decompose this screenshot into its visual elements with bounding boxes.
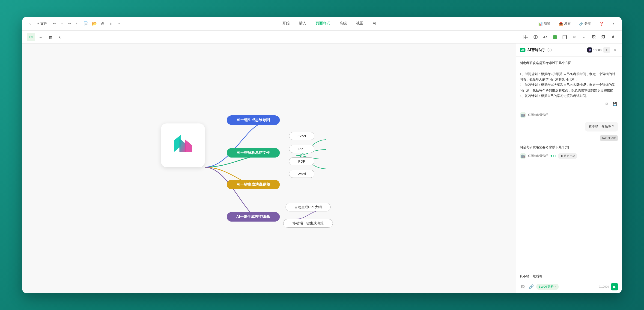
main-window: ‹ ≡ 文件 ↩ ▾ ↪ ▾ 📄 📂 🖨 ⬆ ▾ 开始 插入 页面样式 高级 视… <box>22 17 622 293</box>
ai-message-text-1: 制定考研攻略需要考虑以下几个方面： 1、时间规划：根据考试时间和自己备考的时间，… <box>520 60 618 99</box>
ai-send-button[interactable]: ▶ <box>611 283 618 291</box>
tab-view[interactable]: 视图 <box>352 19 368 28</box>
text-style-icon[interactable]: A <box>609 33 617 41</box>
open-file-icon[interactable]: 📂 <box>91 20 98 27</box>
ai-dot-2 <box>553 155 554 156</box>
image-attach-icon[interactable]: 🖼 <box>520 284 526 290</box>
leaf-excel[interactable]: Excel <box>289 132 314 140</box>
leaf-pdf[interactable]: PDF <box>289 157 314 165</box>
help-icon: ❓ <box>599 21 604 26</box>
history-controls: ↩ ▾ ↪ ▾ <box>52 20 80 27</box>
menu-tabs: 开始 插入 页面样式 高级 视图 AI <box>278 19 381 28</box>
ai-chat-body: 制定考研攻略需要考虑以下几个方面： 1、时间规划：根据考试时间和自己备考的时间，… <box>516 57 622 269</box>
pen-icon[interactable]: ✏ <box>570 33 578 41</box>
undo-dropdown[interactable]: ▾ <box>59 20 65 27</box>
ai-dot-1 <box>550 155 552 156</box>
leaf-poster[interactable]: 移动端一键生成海报 <box>283 219 333 228</box>
tab-page-style[interactable]: 页面样式 <box>311 19 335 28</box>
ai-user-bubble-1: 真不错，然后呢？ <box>585 122 618 132</box>
branch-ai-ppt[interactable]: AI一键生成PPT/海报 <box>227 212 280 222</box>
collapse-button[interactable]: ∧ <box>610 20 617 27</box>
layout1-icon[interactable] <box>522 33 530 41</box>
share-label: 分享 <box>584 22 591 26</box>
copy-icon[interactable]: ⧉ <box>604 101 610 107</box>
svg-rect-3 <box>526 37 528 39</box>
ai-generating-text: 制定考研攻略需要考虑以下几个方| <box>520 145 618 150</box>
tab-ai[interactable]: AI <box>368 19 381 28</box>
file-menu[interactable]: ≡ 文件 <box>36 20 49 27</box>
color-fill-icon[interactable] <box>551 33 559 41</box>
ai-robot-name-2: 亿图AI智能助手 <box>528 154 549 158</box>
undo-button[interactable]: ↩ <box>52 20 58 27</box>
logo-node <box>161 124 205 167</box>
save-icon[interactable]: 💾 <box>612 101 618 107</box>
ai-robot-avatar-2: 🤖 <box>520 153 526 159</box>
toolbar: ✂ ≡ ▦ ♫ Aa ✏ ⬦ 🖼 🖼 A <box>22 31 622 43</box>
leaf-word[interactable]: Word <box>289 170 314 178</box>
print-icon[interactable]: 🖨 <box>99 20 106 27</box>
ai-help-icon[interactable]: ? <box>548 48 552 52</box>
ai-input-toolbar: 🖼 🔗 SWOT分析 × 7/10000 ▶ <box>520 283 618 291</box>
font-icon[interactable]: Aa <box>541 33 550 41</box>
svg-rect-8 <box>563 35 566 39</box>
share-icon: 🔗 <box>579 21 584 26</box>
export-icon[interactable]: ⬆ <box>107 20 115 27</box>
color-outline-icon[interactable] <box>560 33 569 41</box>
ai-close-button[interactable]: × <box>612 47 618 53</box>
redo-dropdown[interactable]: ▾ <box>74 20 80 27</box>
ai-badge: AI <box>520 48 526 52</box>
branch-ai-file[interactable]: AI一键解析总结文件 <box>227 148 280 157</box>
svg-rect-0 <box>524 35 526 37</box>
image2-icon[interactable]: 🖼 <box>599 33 608 41</box>
svg-rect-1 <box>526 35 528 37</box>
ai-generating-block: 制定考研攻略需要考虑以下几个方| 🤖 亿图AI智能助手 ⏹ 停止生成 <box>520 145 618 159</box>
stop-icon: ⏹ <box>560 154 563 157</box>
ai-robot-row-1: 🤖 亿图AI智能助手 <box>520 112 618 118</box>
ai-tag-remove[interactable]: × <box>554 285 556 289</box>
more-tools-icon[interactable]: ▾ <box>116 20 123 27</box>
ai-panel: AI AI智能助手 ? 🔮 10000 + × 制定考研攻略需要考虑以下几个方面… <box>516 43 622 293</box>
branch-ai-mindmap[interactable]: AI一键生成思维导图 <box>227 115 280 125</box>
ai-robot-name-1: 亿图AI智能助手 <box>528 113 549 117</box>
share-button[interactable]: 🔗 分享 <box>576 20 594 27</box>
chevron-up-icon: ∧ <box>612 22 614 25</box>
stop-generate-button[interactable]: ⏹ 停止生成 <box>558 153 577 159</box>
audio-icon[interactable]: ♫ <box>56 33 64 41</box>
ai-panel-title: AI智能助手 <box>527 48 546 52</box>
ai-robot-row-2: 🤖 亿图AI智能助手 ⏹ 停止生成 <box>520 153 618 159</box>
publish-label: 发布 <box>564 22 571 26</box>
link-icon[interactable]: 🔗 <box>528 284 534 290</box>
present-button[interactable]: 📊 演说 <box>536 20 553 27</box>
svg-rect-2 <box>524 37 526 39</box>
branch-ai-video[interactable]: AI一键生成演说视频 <box>227 180 280 189</box>
publish-button[interactable]: 📤 发布 <box>556 20 574 27</box>
fill-icon[interactable]: ⬦ <box>580 33 588 41</box>
content-area: AI一键生成思维导图 AI一键解析总结文件 AI一键生成演说视频 AI一键生成P… <box>22 43 622 293</box>
ai-message-actions: ⧉ 💾 <box>520 101 618 107</box>
back-button[interactable]: ‹ <box>27 20 33 27</box>
list-icon[interactable]: ≡ <box>36 33 45 41</box>
stop-label: 停止生成 <box>564 154 575 158</box>
layout2-icon[interactable] <box>532 33 540 41</box>
ai-tag-label: SWOT分析 <box>538 285 554 289</box>
help-button[interactable]: ❓ <box>596 20 607 27</box>
redo-button[interactable]: ↪ <box>66 20 73 27</box>
leaf-ppt[interactable]: PPT <box>289 145 314 153</box>
canvas-area[interactable]: AI一键生成思维导图 AI一键解析总结文件 AI一键生成演说视频 AI一键生成P… <box>22 43 516 293</box>
tab-start[interactable]: 开始 <box>278 19 294 28</box>
ai-robot-avatar-1: 🤖 <box>520 112 526 118</box>
ai-loading-dots <box>550 155 556 156</box>
publish-icon: 📤 <box>559 21 563 26</box>
leaf-auto-ppt[interactable]: 自动生成PPT大纲 <box>286 203 330 211</box>
scissors-icon[interactable]: ✂ <box>27 33 35 41</box>
image-icon[interactable]: 🖼 <box>590 33 598 41</box>
new-file-icon[interactable]: 📄 <box>82 20 90 27</box>
table-icon[interactable]: ▦ <box>46 33 54 41</box>
tab-advanced[interactable]: 高级 <box>335 19 352 28</box>
ai-input-field[interactable]: 真不错，然后呢 <box>520 272 618 281</box>
ai-add-button[interactable]: + <box>604 47 610 53</box>
mindmap-container: AI一键生成思维导图 AI一键解析总结文件 AI一键生成演说视频 AI一键生成P… <box>160 88 358 249</box>
menu-bar: ‹ ≡ 文件 ↩ ▾ ↪ ▾ 📄 📂 🖨 ⬆ ▾ 开始 插入 页面样式 高级 视… <box>22 17 622 31</box>
ai-input-area: 真不错，然后呢 🖼 🔗 SWOT分析 × 7/10000 ▶ <box>516 269 622 293</box>
tab-insert[interactable]: 插入 <box>294 19 311 28</box>
